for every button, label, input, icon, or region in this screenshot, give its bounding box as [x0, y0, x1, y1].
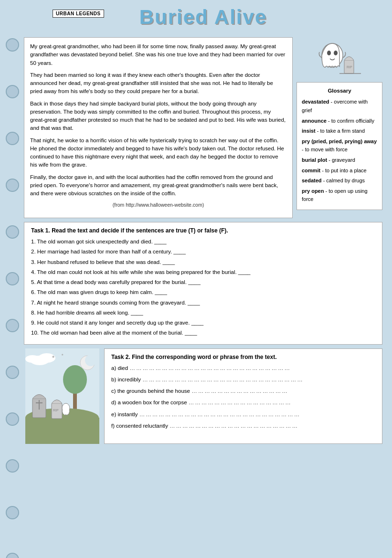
glossary-item: pry (pried, pried, prying) away - to mov…	[302, 137, 377, 154]
binder-hole	[6, 225, 19, 239]
binder-hole	[6, 553, 19, 558]
task1-box: Task 1. Read the text and decide if the …	[24, 222, 382, 345]
page: URBAN LEGENDS Buried Alive My great-grea…	[0, 0, 392, 558]
svg-text:★: ★	[61, 353, 64, 356]
binder-hole	[6, 506, 19, 519]
binder-hole	[6, 366, 19, 379]
task1-item: 7. At night he heard strange sounds comi…	[31, 299, 375, 307]
binder-hole	[6, 319, 19, 332]
task1-item: 3. Her husband refused to believe that s…	[31, 258, 375, 266]
task1-item: 9. He could not stand it any longer and …	[31, 319, 375, 327]
task1-item: 6. The old man was given drugs to keep h…	[31, 288, 375, 296]
task1-item: 8. He had horrible dreams all week long.…	[31, 309, 375, 317]
task1-item: 10. The old woman had been alive at the …	[31, 329, 375, 337]
story-paragraph-2: They had been married so long it was if …	[30, 71, 286, 96]
ghost-image: RIP	[297, 37, 382, 80]
task1-item: 4. The old man could not look at his wif…	[31, 268, 375, 276]
glossary-item: pry open - to open up using force	[302, 187, 377, 204]
glossary-item: commit - to put into a place	[302, 167, 377, 175]
glossary-item: announce - to confirm officially	[302, 117, 377, 126]
task2-section: RIP ★ ★ Task 2. Find the corresponding w…	[24, 348, 382, 444]
glossary-item: devastated - overcome with grief	[302, 98, 377, 115]
graveyard-icon: RIP ★ ★	[25, 348, 99, 444]
binder-hole	[6, 38, 19, 52]
ghost-icon: RIP	[316, 39, 363, 79]
binder-holes	[6, 38, 19, 558]
glossary-box: Glossary devastated - overcome with grie…	[297, 82, 382, 210]
binder-hole	[6, 272, 19, 285]
story-box: My great-great grandmother, who had been…	[24, 37, 293, 218]
story-paragraph-4: That night, he woke to a horrific vision…	[30, 137, 286, 169]
task2-box: Task 2. Find the corresponding word or p…	[104, 348, 382, 444]
task2-item: e) instantly …………………………………………………………………	[111, 411, 375, 419]
task1-title: Task 1. Read the text and decide if the …	[31, 227, 375, 234]
story-paragraph-3: Back in those days they had simple backy…	[30, 100, 286, 133]
binder-hole	[6, 179, 19, 192]
task1-items: 1. The old woman got sick unexpectedly a…	[31, 238, 375, 337]
story-source: (from http://www.halloween-website.com)	[30, 201, 286, 209]
svg-text:RIP: RIP	[347, 65, 352, 69]
binder-hole	[6, 85, 19, 98]
binder-hole	[6, 412, 19, 426]
svg-point-11	[63, 365, 87, 394]
svg-point-21	[85, 355, 96, 366]
task2-item: c) the grounds behind the house ………………………	[111, 387, 375, 395]
task2-item: b) incredibly …………………………………………………………………	[111, 376, 375, 384]
top-section: My great-great grandmother, who had been…	[24, 37, 382, 218]
glossary-item: insist - to take a firm stand	[302, 127, 377, 136]
task2-items: a) died ………………………………………………………………… b) inc…	[111, 364, 375, 431]
task2-item: d) a wooden box for the corpse …………………………	[111, 399, 375, 407]
task1-item: 5. At that time a dead body was carefull…	[31, 278, 375, 286]
glossary-item: burial plot - graveyard	[302, 156, 377, 165]
task1-item: 2. Her marriage had lasted for more than…	[31, 248, 375, 256]
content-area: My great-great grandmother, who had been…	[24, 37, 382, 444]
binder-hole	[6, 459, 19, 473]
binder-hole	[6, 132, 19, 145]
graveyard-image: RIP ★ ★	[24, 348, 100, 444]
task2-title: Task 2. Find the corresponding word or p…	[111, 354, 375, 360]
urban-legends-badge: URBAN LEGENDS	[53, 10, 104, 18]
glossary-section: RIP Glossary devastated - overcome with …	[297, 37, 382, 218]
svg-point-9	[25, 355, 40, 363]
task1-item: 1. The old woman got sick unexpectedly a…	[31, 238, 375, 246]
task2-item: f) consented reluctantly …………………………………………	[111, 422, 375, 430]
svg-point-4	[334, 51, 338, 55]
svg-text:★: ★	[52, 355, 55, 359]
svg-text:RIP: RIP	[53, 409, 59, 412]
svg-point-3	[327, 51, 331, 55]
glossary-item: sedated - calmed by drugs	[302, 177, 377, 185]
story-paragraph-5: Finally, the doctor gave in, and with th…	[30, 173, 286, 198]
story-paragraph-1: My great-great grandmother, who had been…	[30, 42, 286, 67]
task2-item: a) died …………………………………………………………………	[111, 364, 375, 372]
glossary-title: Glossary	[302, 86, 377, 95]
